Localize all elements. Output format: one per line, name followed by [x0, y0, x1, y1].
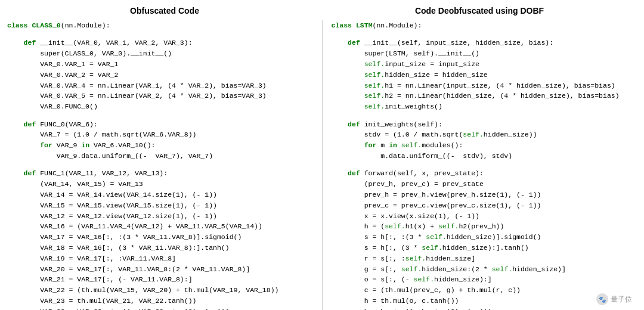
code-line: VAR_0.VAR_1 = VAR_1	[7, 59, 313, 70]
code-line: r = s[:, :self.hidden_size]	[332, 253, 637, 264]
code-line	[332, 31, 637, 38]
code-line: VAR_18 = VAR_16[:, (3 * VAR_11.VAR_8):].…	[7, 243, 313, 253]
code-line: prev_h = prev_h.view(prev_h.size(1), (- …	[332, 190, 637, 200]
columns-row: class CLASS_0(nn.Module): def __init__(V…	[7, 20, 637, 310]
code-line	[7, 112, 313, 119]
code-line: VAR_0.FUNC_0()	[7, 101, 313, 112]
column-divider	[322, 20, 323, 310]
code-line: super(CLASS_0, VAR_0).__init__()	[7, 48, 313, 59]
code-line: def init_weights(self):	[332, 119, 637, 130]
code-line	[7, 31, 313, 38]
code-line: VAR_0.VAR_5 = nn.Linear(VAR_2, (4 * VAR_…	[7, 91, 313, 101]
code-line: VAR_22 = (th.mul(VAR_15, VAR_20) + th.mu…	[7, 285, 313, 296]
code-line: self.hidden_size = hidden_size	[332, 70, 637, 80]
code-line: h = (self.h1(x) + self.h2(prev_h))	[332, 221, 637, 232]
code-line: VAR_7 = (1.0 / math.sqrt(VAR_6.VAR_8))	[7, 129, 313, 140]
code-line: s = h[:, (3 * self.hidden_size):].tanh()	[332, 243, 637, 253]
page-container: Obfuscated Code Code Deobfuscated using …	[0, 0, 644, 310]
right-code-column: class LSTM(nn.Module): def __init__(self…	[332, 20, 637, 310]
code-line: s = h[:, :(3 * self.hidden_size)].sigmoi…	[332, 232, 637, 243]
code-line: self.init_weights()	[332, 101, 637, 112]
code-line: h = h.view(1, h.size(0), (- 1))	[332, 306, 637, 310]
code-line: VAR_23 = VAR_23.view(1, VAR_23.size(0), …	[7, 306, 313, 310]
code-line: def forward(self, x, prev_state):	[332, 168, 637, 179]
code-line: h = th.mul(o, c.tanh())	[332, 296, 637, 306]
watermark-text: 量子位	[611, 294, 632, 305]
code-line: VAR_17 = VAR_16[:, :(3 * VAR_11.VAR_8)].…	[7, 232, 313, 243]
code-line: def FUNC_1(VAR_11, VAR_12, VAR_13):	[7, 168, 313, 179]
code-line: VAR_16 = (VAR_11.VAR_4(VAR_12) + VAR_11.…	[7, 221, 313, 232]
code-line	[332, 162, 637, 169]
code-line: VAR_20 = VAR_17[:, VAR_11.VAR_8:(2 * VAR…	[7, 264, 313, 275]
code-line: self.h2 = nn.Linear(hidden_size, (4 * hi…	[332, 91, 637, 101]
code-line: VAR_0.VAR_4 = nn.Linear(VAR_1, (4 * VAR_…	[7, 80, 313, 91]
code-line: x = x.view(x.size(1), (- 1))	[332, 211, 637, 222]
left-header: Obfuscated Code	[7, 6, 322, 16]
code-line: VAR_14 = VAR_14.view(VAR_14.size(1), (- …	[7, 190, 313, 200]
code-line: self.input_size = input_size	[332, 59, 637, 70]
code-line: for m in self.modules():	[332, 140, 637, 151]
code-line: g = s[:, self.hidden_size:(2 * self.hidd…	[332, 264, 637, 275]
code-line: prev_c = prev_c.view(prev_c.size(1), (- …	[332, 200, 637, 211]
code-line: stdv = (1.0 / math.sqrt(self.hidden_size…	[332, 129, 637, 140]
code-line: VAR_19 = VAR_17[:, :VAR_11.VAR_8]	[7, 253, 313, 264]
code-line: VAR_15 = VAR_15.view(VAR_15.size(1), (- …	[7, 200, 313, 211]
code-line: def FUNC_0(VAR_6):	[7, 119, 313, 130]
left-code-column: class CLASS_0(nn.Module): def __init__(V…	[7, 20, 313, 310]
code-line: self.h1 = nn.Linear(input_size, (4 * hid…	[332, 80, 637, 91]
code-line: o = s[:, (- self.hidden_size):]	[332, 274, 637, 285]
code-line: class CLASS_0(nn.Module):	[7, 20, 313, 31]
code-line: VAR_0.VAR_2 = VAR_2	[7, 70, 313, 80]
watermark-icon: 🐾	[596, 293, 608, 305]
code-line	[332, 112, 637, 119]
headers-row: Obfuscated Code Code Deobfuscated using …	[7, 6, 637, 16]
code-line: class LSTM(nn.Module):	[332, 20, 637, 31]
code-line: VAR_23 = th.mul(VAR_21, VAR_22.tanh())	[7, 296, 313, 306]
code-line: (VAR_14, VAR_15) = VAR_13	[7, 179, 313, 190]
code-line: for VAR_9 in VAR_6.VAR_10():	[7, 140, 313, 151]
code-line: c = (th.mul(prev_c, g) + th.mul(r, c))	[332, 285, 637, 296]
code-line: VAR_9.data.uniform_((- VAR_7), VAR_7)	[7, 151, 313, 162]
code-line: m.data.uniform_((- stdv), stdv)	[332, 151, 637, 162]
code-line: VAR_21 = VAR_17[:, (- VAR_11.VAR_8):]	[7, 274, 313, 285]
code-line: def __init__(self, input_size, hidden_si…	[332, 38, 637, 48]
code-line: VAR_12 = VAR_12.view(VAR_12.size(1), (- …	[7, 211, 313, 222]
code-line	[7, 162, 313, 169]
code-line: super(LSTM, self).__init__()	[332, 48, 637, 59]
right-header: Code Deobfuscated using DOBF	[322, 6, 637, 16]
code-line: (prev_h, prev_c) = prev_state	[332, 179, 637, 190]
watermark: 🐾 量子位	[596, 293, 632, 305]
code-line: def __init__(VAR_0, VAR_1, VAR_2, VAR_3)…	[7, 38, 313, 48]
